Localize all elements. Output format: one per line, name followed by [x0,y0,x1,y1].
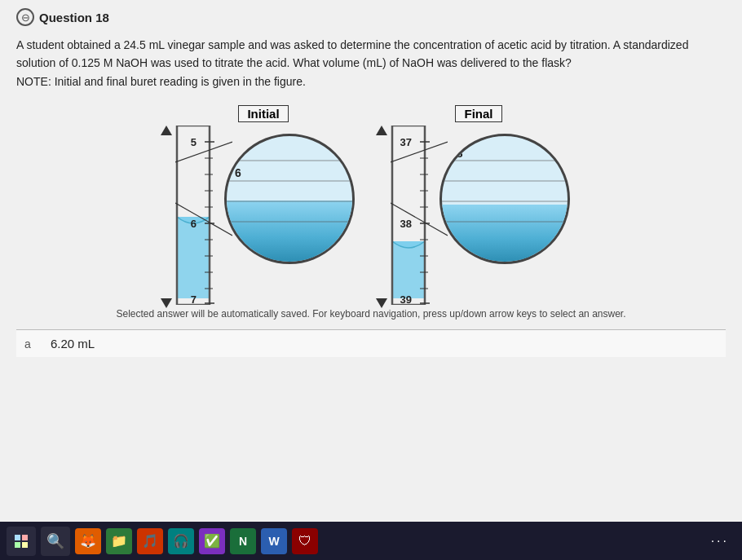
taskbar-search-btn[interactable]: 🔍 [41,527,70,556]
initial-figure: Initial [172,105,355,308]
svg-text:7: 7 [191,293,197,305]
footer-note: Selected answer will be automatically sa… [16,308,726,320]
final-figure: Final 37 [387,105,570,308]
svg-rect-48 [15,542,20,548]
svg-rect-47 [22,535,28,540]
initial-arrow-down [161,298,172,308]
initial-fig-body: 5 6 [172,126,355,308]
answer-label: a [24,337,41,351]
initial-magnifier: 6 [224,134,355,264]
taskbar-firefox-icon[interactable]: 🦊 [75,528,101,554]
taskbar-start-btn[interactable] [7,527,36,556]
final-arrow-up [376,126,387,135]
taskbar-music-icon[interactable]: 🎵 [137,528,163,554]
taskbar-files-icon[interactable]: 📁 [106,528,132,554]
final-magnifier-circle: 38 [439,134,570,264]
taskbar-notion-icon[interactable]: N [230,528,256,554]
final-magnifier: 38 [439,134,570,264]
initial-arrow-up [161,126,172,135]
svg-text:6: 6 [235,166,241,179]
initial-label: Initial [238,105,288,122]
final-label: Final [455,105,501,122]
final-magnifier-lines-svg: 38 [442,136,570,264]
initial-magnifier-circle: 6 [224,134,355,264]
answer-row: a 6.20 mL [16,329,726,357]
taskbar-app-icon[interactable]: ✅ [199,528,225,554]
svg-text:38: 38 [400,218,412,230]
svg-text:6: 6 [191,218,197,230]
svg-text:37: 37 [400,136,412,148]
final-buret-svg: 37 38 [387,126,436,305]
taskbar-shield-icon[interactable]: 🛡 [292,528,318,554]
final-fig-body: 37 38 [387,126,570,308]
taskbar: 🔍 🦊 📁 🎵 🎧 ✅ N W 🛡 ··· [0,522,742,560]
svg-text:5: 5 [191,136,197,148]
final-arrow-down [376,298,387,308]
question-title: Question 18 [39,11,109,24]
svg-text:39: 39 [400,293,412,305]
figures-container: Initial [16,105,726,308]
final-buret-tube: 37 38 [387,126,436,308]
question-text: A student obtained a 24.5 mL vinegar sam… [16,36,726,90]
initial-buret-svg: 5 6 [172,126,221,305]
taskbar-spotify-icon[interactable]: 🎧 [168,528,194,554]
question-icon: ⊖ [16,8,34,26]
question-header: ⊖ Question 18 [16,8,726,26]
answer-value: 6.20 mL [51,337,95,351]
svg-rect-49 [22,542,28,548]
initial-magnifier-lines-svg: 6 [227,136,355,264]
initial-buret-tube: 5 6 [172,126,221,308]
taskbar-word-icon[interactable]: W [261,528,287,554]
svg-rect-46 [15,535,20,540]
svg-text:38: 38 [450,147,463,160]
svg-rect-23 [392,241,425,298]
taskbar-more-btn[interactable]: ··· [704,534,735,549]
